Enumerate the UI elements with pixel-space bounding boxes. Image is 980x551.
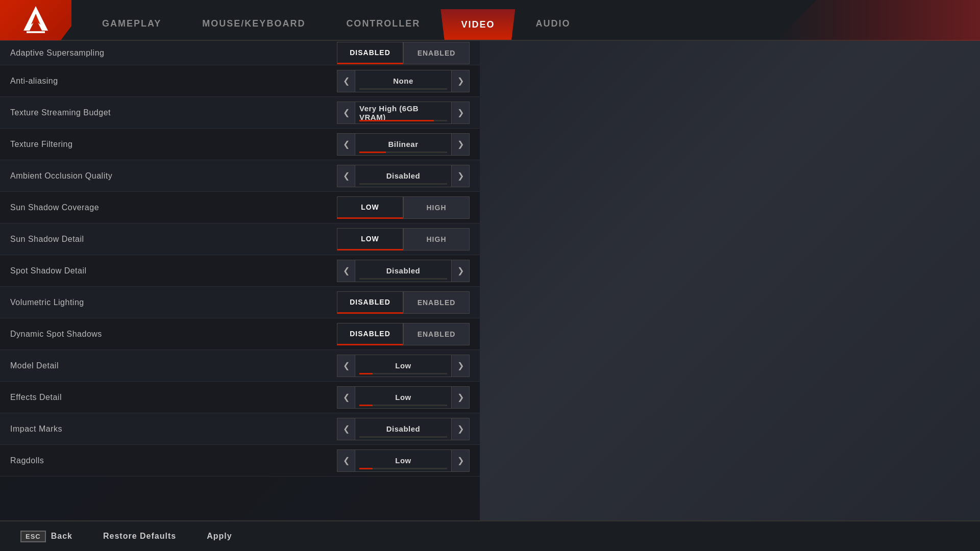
value-display-ragdolls: Low [355,449,451,472]
arrow-right-anti-aliasing[interactable]: ❯ [451,70,470,92]
value-bar-texture-filtering [359,152,447,153]
back-button[interactable]: ESC Back [20,531,72,542]
arrow-left-ambient-occlusion[interactable]: ❮ [337,165,355,187]
value-bar-model-detail [359,373,447,374]
setting-control-texture-filtering: ❮Bilinear❯ [337,133,470,156]
nav-tab-video[interactable]: VIDEO [440,9,515,40]
toggle-control-sun-shadow-detail: LowHigh [337,228,470,251]
toggle-btn-adaptive-supersampling-disabled[interactable]: Disabled [337,42,403,64]
toggle-btn-sun-shadow-detail-high[interactable]: High [403,228,470,251]
value-bar-fill-texture-streaming-budget [359,120,434,121]
setting-control-volumetric-lighting: DisabledEnabled [337,291,470,314]
setting-control-texture-streaming-budget: ❮Very High (6GB VRAM)❯ [337,102,470,124]
restore-label: Restore Defaults [103,532,176,541]
setting-label-ragdolls: Ragdolls [10,456,337,465]
nav-tab-audio[interactable]: AUDIO [515,9,591,40]
setting-row-dynamic-spot-shadows: Dynamic Spot ShadowsDisabledEnabled [0,318,480,350]
setting-row-adaptive-supersampling: Adaptive SupersamplingDisabledEnabled [0,41,480,65]
arrow-left-texture-streaming-budget[interactable]: ❮ [337,102,355,124]
setting-control-model-detail: ❮Low❯ [337,355,470,377]
value-bar-fill-ragdolls [359,468,373,469]
arrow-left-spot-shadow-detail[interactable]: ❮ [337,260,355,282]
arrow-right-spot-shadow-detail[interactable]: ❯ [451,260,470,282]
toggle-btn-volumetric-lighting-enabled[interactable]: Enabled [403,291,470,314]
value-bar-fill-effects-detail [359,405,373,406]
value-bar-effects-detail [359,405,447,406]
value-bar-texture-streaming-budget [359,120,447,121]
arrow-left-texture-filtering[interactable]: ❮ [337,133,355,156]
setting-row-texture-streaming-budget: Texture Streaming Budget❮Very High (6GB … [0,97,480,129]
apply-button[interactable]: Apply [207,532,232,541]
arrow-right-effects-detail[interactable]: ❯ [451,386,470,409]
setting-control-sun-shadow-coverage: LowHigh [337,196,470,219]
toggle-btn-dynamic-spot-shadows-disabled[interactable]: Disabled [337,323,403,345]
main-content: Adaptive SupersamplingDisabledEnabledAnt… [0,41,980,520]
nav-tab-controller[interactable]: CONTROLLER [326,9,440,40]
nav-tab-mouse-keyboard[interactable]: MOUSE/KEYBOARD [182,9,326,40]
toggle-btn-sun-shadow-detail-low[interactable]: Low [337,228,403,251]
apex-logo-icon [20,5,51,35]
arrow-control-spot-shadow-detail: ❮Disabled❯ [337,260,470,282]
arrow-control-anti-aliasing: ❮None❯ [337,70,470,92]
arrow-right-texture-streaming-budget[interactable]: ❯ [451,102,470,124]
toggle-btn-adaptive-supersampling-enabled[interactable]: Enabled [403,42,470,64]
setting-label-adaptive-supersampling: Adaptive Supersampling [10,48,337,58]
arrow-left-model-detail[interactable]: ❮ [337,355,355,377]
setting-row-volumetric-lighting: Volumetric LightingDisabledEnabled [0,287,480,318]
logo-area [0,0,71,40]
value-bar-ragdolls [359,468,447,469]
restore-defaults-button[interactable]: Restore Defaults [103,532,176,541]
setting-row-effects-detail: Effects Detail❮Low❯ [0,382,480,413]
header: GAMEPLAYMOUSE/KEYBOARDCONTROLLERVIDEOAUD… [0,0,980,41]
back-label: Back [51,532,72,541]
setting-label-volumetric-lighting: Volumetric Lighting [10,298,337,307]
value-display-effects-detail: Low [355,386,451,409]
value-text-texture-streaming-budget: Very High (6GB VRAM) [359,104,447,121]
right-panel [480,41,980,520]
setting-control-spot-shadow-detail: ❮Disabled❯ [337,260,470,282]
value-text-spot-shadow-detail: Disabled [386,266,421,275]
value-display-spot-shadow-detail: Disabled [355,260,451,282]
toggle-btn-sun-shadow-coverage-high[interactable]: High [403,196,470,219]
setting-row-anti-aliasing: Anti-aliasing❮None❯ [0,65,480,97]
nav-tab-gameplay[interactable]: GAMEPLAY [82,9,182,40]
setting-label-texture-streaming-budget: Texture Streaming Budget [10,108,337,117]
setting-control-ambient-occlusion: ❮Disabled❯ [337,165,470,187]
setting-row-spot-shadow-detail: Spot Shadow Detail❮Disabled❯ [0,255,480,287]
setting-label-dynamic-spot-shadows: Dynamic Spot Shadows [10,330,337,339]
arrow-left-effects-detail[interactable]: ❮ [337,386,355,409]
value-bar-impact-marks [359,436,447,438]
setting-label-model-detail: Model Detail [10,361,337,370]
arrow-left-ragdolls[interactable]: ❮ [337,449,355,472]
settings-list[interactable]: Adaptive SupersamplingDisabledEnabledAnt… [0,41,480,520]
arrow-control-texture-streaming-budget: ❮Very High (6GB VRAM)❯ [337,102,470,124]
value-display-impact-marks: Disabled [355,418,451,440]
arrow-control-ambient-occlusion: ❮Disabled❯ [337,165,470,187]
arrow-left-anti-aliasing[interactable]: ❮ [337,70,355,92]
setting-label-impact-marks: Impact Marks [10,424,337,434]
svg-rect-2 [27,31,45,33]
arrow-right-ambient-occlusion[interactable]: ❯ [451,165,470,187]
value-text-effects-detail: Low [395,393,411,402]
value-text-ambient-occlusion: Disabled [386,171,421,180]
setting-label-spot-shadow-detail: Spot Shadow Detail [10,266,337,276]
toggle-btn-sun-shadow-coverage-low[interactable]: Low [337,196,403,219]
setting-control-impact-marks: ❮Disabled❯ [337,418,470,440]
setting-control-anti-aliasing: ❮None❯ [337,70,470,92]
value-display-texture-filtering: Bilinear [355,133,451,156]
value-bar-spot-shadow-detail [359,278,447,280]
setting-row-model-detail: Model Detail❮Low❯ [0,350,480,382]
apply-label: Apply [207,532,232,541]
arrow-right-texture-filtering[interactable]: ❯ [451,133,470,156]
toggle-control-adaptive-supersampling: DisabledEnabled [337,42,470,64]
toggle-btn-volumetric-lighting-disabled[interactable]: Disabled [337,291,403,314]
setting-row-impact-marks: Impact Marks❮Disabled❯ [0,413,480,445]
arrow-control-effects-detail: ❮Low❯ [337,386,470,409]
arrow-right-model-detail[interactable]: ❯ [451,355,470,377]
setting-row-texture-filtering: Texture Filtering❮Bilinear❯ [0,129,480,160]
arrow-right-impact-marks[interactable]: ❯ [451,418,470,440]
setting-row-sun-shadow-detail: Sun Shadow DetailLowHigh [0,223,480,255]
arrow-left-impact-marks[interactable]: ❮ [337,418,355,440]
arrow-right-ragdolls[interactable]: ❯ [451,449,470,472]
toggle-btn-dynamic-spot-shadows-enabled[interactable]: Enabled [403,323,470,345]
